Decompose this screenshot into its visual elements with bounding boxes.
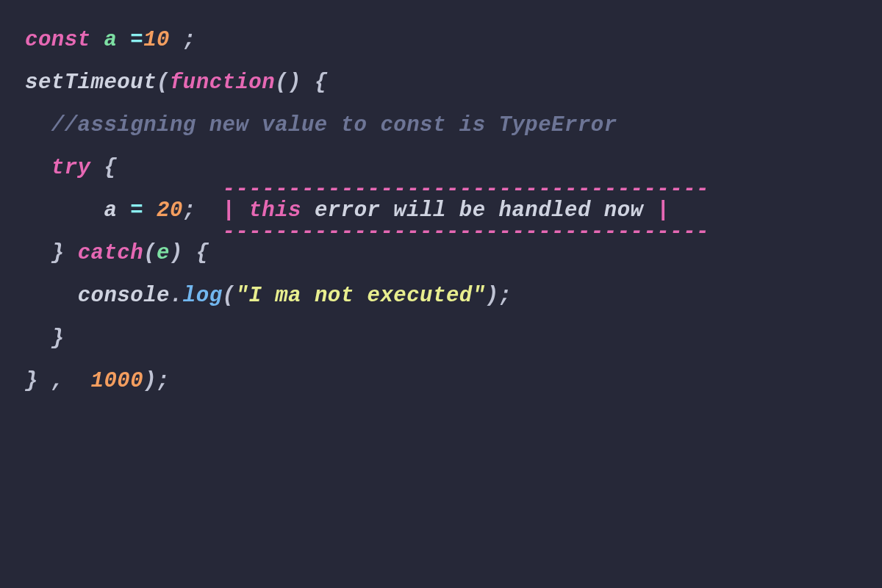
- number-20: 20: [157, 198, 183, 223]
- keyword-function: function: [170, 71, 275, 95]
- param-e: e: [157, 241, 170, 265]
- paren-open: (: [223, 284, 236, 308]
- brace-open: {: [104, 156, 117, 180]
- operator-eq: =: [130, 28, 143, 52]
- keyword-const: const: [25, 28, 91, 52]
- semicolon: ;: [157, 369, 170, 393]
- paren-close: ): [170, 241, 183, 265]
- paren-open: (: [157, 71, 170, 95]
- comma: ,: [51, 369, 65, 393]
- keyword-try: try: [51, 156, 91, 180]
- fn-settimeout: setTimeout: [25, 71, 157, 95]
- dot: .: [170, 284, 183, 308]
- operator-eq: =: [130, 198, 143, 223]
- parens: (): [275, 71, 301, 95]
- semicolon: ;: [183, 28, 196, 52]
- brace-close: }: [25, 369, 38, 393]
- brace-open: {: [196, 241, 209, 265]
- number-1000: 1000: [91, 369, 144, 393]
- number-10: 10: [143, 28, 170, 52]
- semicolon: ;: [499, 284, 512, 308]
- brace-open: {: [315, 71, 328, 95]
- paren-close: ): [486, 284, 499, 308]
- brace-close: }: [51, 241, 65, 265]
- identifier-a: a: [104, 28, 117, 52]
- string-literal: "I ma not executed": [235, 284, 485, 308]
- annotation-bottom: -------------------------------------: [223, 220, 709, 244]
- obj-console: console: [78, 284, 170, 308]
- method-log: log: [183, 284, 223, 308]
- keyword-catch: catch: [78, 241, 144, 265]
- semicolon: ;: [183, 198, 196, 223]
- paren-open: (: [143, 241, 157, 265]
- paren-close: ): [143, 369, 157, 393]
- identifier-a: a: [104, 198, 117, 223]
- brace-close: }: [51, 326, 65, 351]
- comment-line: //assigning new value to const is TypeEr…: [51, 113, 617, 137]
- code-block: const a =10 ; setTimeout(function() { //…: [0, 0, 882, 421]
